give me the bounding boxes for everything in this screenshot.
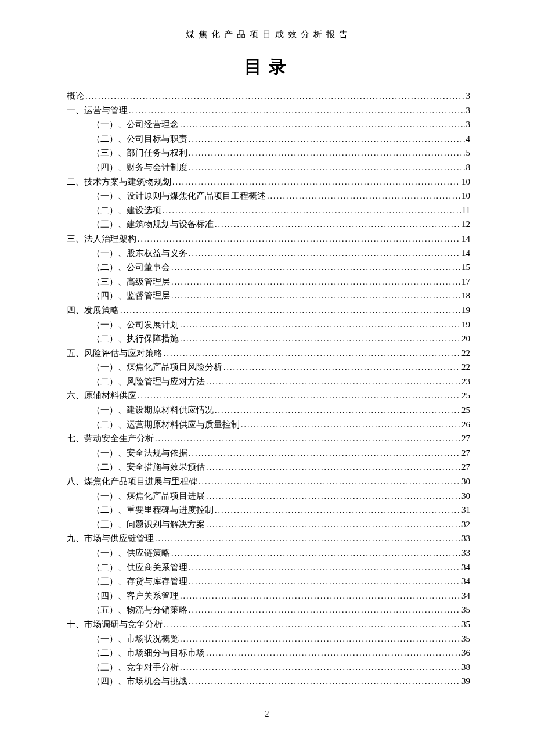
page-number: 2 [0,710,534,719]
toc-entry[interactable]: （二）、公司目标与职责4 [67,135,470,143]
toc-dots [180,334,460,343]
toc-entry-label: （一）、公司经营理念 [92,120,179,129]
toc-entry[interactable]: （三）、高级管理层17 [67,278,470,286]
toc-entry-page: 18 [461,291,470,300]
toc-entry[interactable]: 六、原辅材料供应25 [67,391,470,400]
toc-entry[interactable]: （二）、运营期原材料供应与质量控制26 [67,420,470,429]
toc-entry[interactable]: （一）、股东权益与义务14 [67,249,470,258]
toc-dots [215,506,460,514]
toc-entry[interactable]: 四、发展策略19 [67,306,470,315]
toc-entry-label: （二）、安全措施与效果预估 [92,463,205,471]
toc-entry[interactable]: （三）、存货与库存管理34 [67,577,470,586]
toc-dots [189,577,460,586]
toc-entry[interactable]: （三）、部门任务与权利5 [67,149,470,157]
toc-entry-label: （一）、煤焦化产品项目风险分析 [92,363,222,372]
toc-entry[interactable]: 八、煤焦化产品项目进展与里程碑30 [67,477,470,486]
toc-dots [171,549,460,557]
toc-entry[interactable]: 十、市场调研与竞争分析35 [67,620,470,629]
toc-entry[interactable]: 五、风险评估与应对策略22 [67,349,470,358]
toc-entry[interactable]: （一）、公司经营理念3 [67,120,470,129]
toc-entry[interactable]: （三）、问题识别与解决方案32 [67,520,470,529]
toc-entry-page: 39 [461,677,470,686]
toc-entry-label: （三）、竞争对手分析 [92,663,179,672]
toc-entry-page: 4 [466,135,471,143]
toc-entry[interactable]: （五）、物流与分销策略35 [67,606,470,614]
toc-entry-label: 概论 [67,92,84,100]
toc-entry[interactable]: （一）、建设期原材料供应情况25 [67,406,470,415]
toc-entry[interactable]: （三）、建筑物规划与设备标准12 [67,220,470,229]
toc-entry-label: （四）、客户关系管理 [92,592,179,600]
toc-entry[interactable]: （四）、市场机会与挑战39 [67,677,470,686]
toc-entry[interactable]: 概论3 [67,92,470,100]
toc-entry-page: 38 [461,663,470,672]
toc-entry[interactable]: （四）、监督管理层18 [67,291,470,300]
toc-entry-label: （一）、股东权益与义务 [92,249,187,258]
toc-entry[interactable]: （二）、执行保障措施20 [67,334,470,343]
toc-entry[interactable]: 一、运营与管理3 [67,106,470,115]
toc-entry[interactable]: （三）、竞争对手分析38 [67,663,470,672]
toc-entry-label: （二）、市场细分与目标市场 [92,649,205,657]
toc-dots [189,149,465,157]
toc-entry[interactable]: （一）、市场状况概览35 [67,635,470,643]
toc-dots [120,306,460,315]
toc-entry-page: 22 [461,349,470,358]
toc-entry-label: 一、运营与管理 [67,106,128,115]
toc-entry-page: 5 [466,149,471,157]
toc-entry[interactable]: （四）、客户关系管理34 [67,592,470,600]
toc-entry-page: 32 [461,520,470,529]
toc-entry-page: 31 [461,506,470,514]
toc-entry-page: 10 [461,192,470,200]
toc-entry[interactable]: 七、劳动安全生产分析27 [67,434,470,443]
toc-entry[interactable]: （二）、建设选项11 [67,206,470,215]
toc-entry-page: 30 [461,492,470,501]
toc-entry[interactable]: （一）、设计原则与煤焦化产品项目工程概述10 [67,192,470,200]
toc-entry-label: （三）、高级管理层 [92,278,170,286]
toc-entry[interactable]: （四）、财务与会计制度8 [67,163,470,172]
toc-dots [172,178,460,186]
toc-dots [189,677,460,686]
toc-entry[interactable]: 三、法人治理架构14 [67,235,470,243]
toc-dots [180,592,460,600]
toc-entry-page: 23 [461,377,470,386]
toc-entry[interactable]: （二）、市场细分与目标市场36 [67,649,470,657]
toc-entry-page: 19 [461,306,470,315]
document-header: 煤焦化产品项目成效分析报告 [67,29,470,40]
toc-entry[interactable]: （二）、公司董事会15 [67,263,470,272]
toc-dots [138,391,460,400]
toc-dots [206,520,460,529]
toc-entry[interactable]: （二）、风险管理与应对方法23 [67,377,470,386]
toc-entry-label: 九、市场与供应链管理 [67,534,154,543]
toc-entry[interactable]: （一）、公司发展计划19 [67,321,470,329]
toc-dots [155,534,460,543]
toc-entry[interactable]: （一）、煤焦化产品项目风险分析22 [67,363,470,372]
toc-dots [180,120,465,129]
toc-entry-page: 3 [466,120,471,129]
toc-entry-page: 25 [461,406,470,415]
toc-entry[interactable]: （一）、供应链策略33 [67,549,470,557]
toc-entry-label: （二）、公司董事会 [92,263,170,272]
toc-entry[interactable]: （二）、重要里程碑与进度控制31 [67,506,470,514]
toc-entry[interactable]: （一）、煤焦化产品项目进展30 [67,492,470,501]
toc-entry-page: 15 [461,263,470,272]
toc-dots [180,321,460,329]
toc-entry-label: 二、技术方案与建筑物规划 [67,178,171,186]
toc-entry-label: （一）、设计原则与煤焦化产品项目工程概述 [92,192,266,200]
toc-entry-page: 11 [462,206,470,215]
toc-entry-page: 27 [461,463,470,471]
toc-dots [189,163,465,172]
toc-entry-label: （三）、存货与库存管理 [92,577,187,586]
toc-entry-page: 35 [461,606,470,614]
toc-entry[interactable]: （二）、安全措施与效果预估27 [67,463,470,471]
toc-entry-label: （三）、问题识别与解决方案 [92,520,205,529]
toc-entry[interactable]: （二）、供应商关系管理34 [67,563,470,572]
toc-entry[interactable]: 二、技术方案与建筑物规划10 [67,178,470,186]
toc-entry-label: （四）、市场机会与挑战 [92,677,187,686]
toc-entry-page: 33 [461,534,470,543]
toc-entry[interactable]: （一）、安全法规与依据27 [67,449,470,458]
toc-entry[interactable]: 九、市场与供应链管理33 [67,534,470,543]
toc-entry-label: （四）、监督管理层 [92,291,170,300]
toc-dots [189,606,460,614]
toc-dots [164,620,460,629]
toc-entry-page: 25 [461,391,470,400]
toc-dots [155,434,460,443]
